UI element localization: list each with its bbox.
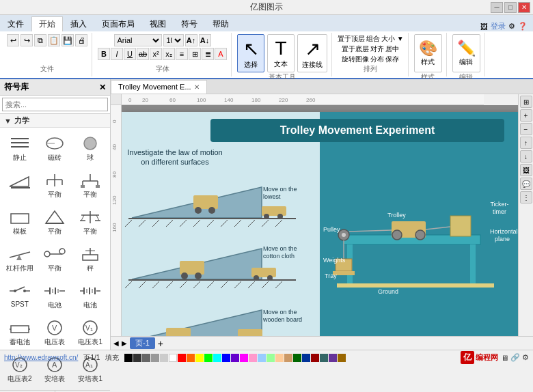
minimize-btn[interactable]: ─ — [491, 2, 503, 13]
fit-page-btn[interactable]: ⊞ — [520, 96, 532, 108]
subscript-btn[interactable]: x₂ — [163, 48, 175, 60]
sidebar-item-voltmeter1[interactable]: V₁ 电压表1 — [73, 315, 107, 350]
align-btn[interactable]: ≣ — [202, 48, 214, 60]
sidebar-item-balance4[interactable]: 平衡 — [38, 204, 72, 240]
canvas-tab-trolley[interactable]: Trolley Movement E... ✕ — [111, 80, 207, 94]
sidebar-item-jingzhi[interactable]: 静止 — [3, 130, 37, 166]
color-darkred[interactable] — [311, 354, 319, 362]
canvas-inner[interactable]: Trolley Movement Experiment Investigate … — [122, 105, 518, 336]
next-page-btn[interactable]: ↓ — [520, 150, 532, 163]
font-name-select[interactable]: Arial — [114, 34, 162, 46]
bold-btn[interactable]: B — [98, 48, 110, 60]
list-btn[interactable]: ≡ — [176, 48, 188, 60]
decrease-font-btn[interactable]: A↓ — [199, 34, 211, 46]
statusbar-icon3[interactable]: ⚙ — [522, 353, 529, 362]
color-lightgreen[interactable] — [266, 354, 275, 362]
color-black[interactable] — [124, 354, 133, 362]
color-darkgreen[interactable] — [293, 354, 301, 362]
thumbnail-btn[interactable]: 🖼 — [520, 164, 532, 176]
color-btn[interactable]: A — [215, 48, 227, 60]
tab-insert[interactable]: 插入 — [63, 16, 94, 31]
middle-btn[interactable]: 居中 — [385, 44, 399, 54]
color-silver[interactable] — [160, 354, 168, 362]
sidebar-item-wedge[interactable] — [3, 167, 37, 203]
add-page-btn[interactable]: + — [158, 338, 163, 349]
color-darkblue[interactable] — [302, 354, 310, 362]
sidebar-item-balance5[interactable]: 平衡 — [38, 241, 72, 277]
sidebar-close-btn[interactable]: ✕ — [99, 83, 106, 92]
sidebar-item-lever[interactable]: 杠杆作用 — [3, 241, 37, 277]
color-pink[interactable] — [249, 354, 257, 362]
lock-btn[interactable]: 保存 — [385, 55, 399, 64]
style-btn[interactable]: 🎨 样式 — [414, 34, 442, 72]
font-size-select[interactable]: 10 — [163, 34, 184, 46]
to-back-btn[interactable]: 置于底层 — [342, 44, 369, 54]
sidebar-item-balance2[interactable]: 平衡 — [38, 167, 72, 203]
text-tool-btn[interactable]: T 文本 — [267, 34, 295, 72]
sidebar-item-spst[interactable]: SPST — [3, 278, 37, 313]
canvas-tab-close-btn[interactable]: ✕ — [194, 83, 200, 91]
sidebar-item-voltmeter[interactable]: V 电压表 — [38, 315, 72, 350]
sidebar-item-battery2[interactable]: 电池 — [73, 278, 107, 313]
color-purple[interactable] — [231, 354, 239, 362]
print-btn[interactable]: 🖨 — [75, 34, 87, 46]
color-tan[interactable] — [284, 354, 292, 362]
color-cyan[interactable] — [213, 354, 221, 362]
copy-btn[interactable]: ⧉ — [34, 34, 46, 46]
superscript-btn[interactable]: x² — [150, 48, 162, 60]
color-lightblue[interactable] — [258, 354, 266, 362]
tab-help[interactable]: 帮助 — [205, 16, 236, 31]
sidebar-item-scale[interactable]: 平衡 — [73, 204, 107, 240]
tab-start[interactable]: 开始 — [31, 16, 63, 31]
sidebar-item-accu[interactable]: 蓄电池 — [3, 315, 37, 350]
color-peach[interactable] — [275, 354, 284, 362]
tab-view[interactable]: 视图 — [142, 16, 174, 31]
color-violet[interactable] — [329, 354, 337, 362]
sidebar-item-qiu[interactable]: 球 — [73, 130, 107, 166]
color-teal[interactable] — [320, 354, 328, 362]
select-tool-btn[interactable]: ↖ 选择 — [237, 34, 264, 72]
size-btn[interactable]: 大小 ▼ — [381, 34, 404, 44]
indent-btn[interactable]: ⊞ — [189, 48, 201, 60]
align-btn2[interactable]: 对齐 — [370, 44, 384, 54]
to-front-btn[interactable]: 置于顶层 — [338, 34, 365, 44]
maximize-btn[interactable]: □ — [504, 2, 517, 13]
color-green[interactable] — [204, 354, 213, 362]
settings-icon[interactable]: ⚙ — [508, 22, 515, 31]
color-yellow[interactable] — [195, 354, 204, 362]
strikethrough-btn[interactable]: ab — [137, 48, 149, 60]
group-btn[interactable]: 组合 — [366, 34, 380, 44]
color-red[interactable] — [178, 354, 186, 362]
sidebar-item-cizhuang[interactable]: 磁砖 — [38, 130, 72, 166]
zoom-out-btn[interactable]: − — [520, 123, 532, 135]
color-white[interactable] — [169, 354, 177, 362]
sidebar-category-mechanics[interactable]: ▼ 力学 — [0, 114, 110, 128]
page-right-btn[interactable]: ▶ — [122, 339, 127, 347]
comments-btn[interactable]: 💬 — [520, 178, 532, 190]
page-left-btn[interactable]: ◀ — [113, 339, 119, 347]
connect-tool-btn[interactable]: ↗ 连接线 — [297, 34, 327, 72]
color-magenta[interactable] — [240, 354, 248, 362]
save-btn[interactable]: 💾 — [62, 34, 74, 46]
login-btn[interactable]: 登录 — [491, 21, 506, 31]
tab-layout[interactable]: 页面布局 — [94, 16, 142, 31]
paste-btn[interactable]: 📋 — [48, 34, 60, 46]
color-lightgray[interactable] — [151, 354, 159, 362]
statusbar-icon2[interactable]: 🔗 — [510, 353, 520, 362]
underline-btn[interactable]: U — [124, 48, 136, 60]
italic-btn[interactable]: I — [111, 48, 123, 60]
color-darkgray[interactable] — [133, 354, 141, 362]
redo-btn[interactable]: ↪ — [20, 34, 33, 46]
increase-font-btn[interactable]: A↑ — [185, 34, 197, 46]
statusbar-icon1[interactable]: 🖥 — [501, 354, 508, 362]
color-blue[interactable] — [222, 354, 230, 362]
sidebar-item-weighscale[interactable]: 秤 — [73, 241, 107, 277]
edit-btn[interactable]: ✏️ 编辑 — [452, 34, 480, 72]
undo-btn[interactable]: ↩ — [7, 34, 19, 46]
tab-file[interactable]: 文件 — [0, 16, 31, 31]
distribute-btn[interactable]: 分布 — [370, 55, 384, 64]
zoom-in-btn[interactable]: + — [520, 109, 532, 122]
color-gray[interactable] — [142, 354, 150, 362]
help-icon[interactable]: ❓ — [518, 22, 528, 31]
more-btn[interactable]: ⋮ — [520, 191, 532, 204]
